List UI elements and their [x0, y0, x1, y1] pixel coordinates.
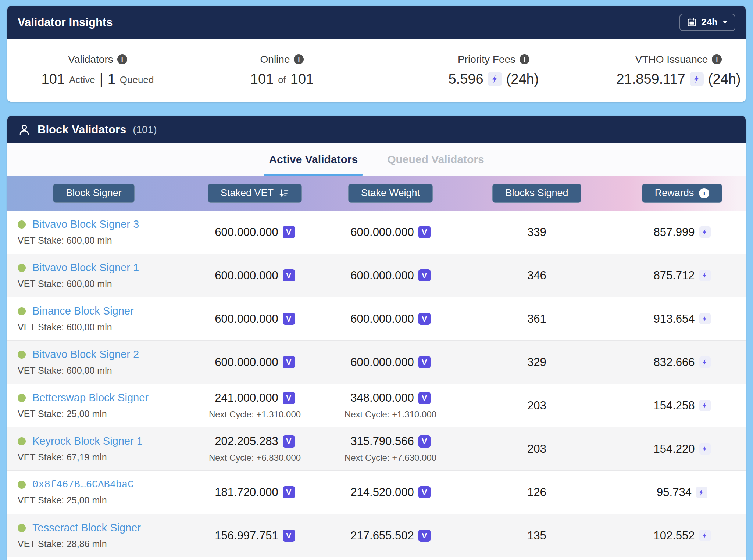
weight-next-cycle: Next Cycle: +7.630.000 [345, 453, 436, 463]
rewards-value: 154.258 [653, 399, 695, 412]
info-icon[interactable]: i [712, 54, 722, 64]
stake-weight-value: 348.000.000 [350, 391, 414, 405]
vet-token-icon: V [418, 530, 431, 542]
vtho-bolt-icon [699, 270, 711, 281]
vet-stake-label: VET Stake: 600,00 mln [18, 365, 112, 376]
validator-name-link[interactable]: Bitvavo Block Signer 1 [32, 262, 139, 274]
block-validators-card: Block Validators (101) Active Validators… [7, 116, 746, 560]
vet-stake-label: VET Stake: 600,00 mln [18, 279, 112, 289]
blocks-signed-value: 339 [527, 226, 546, 239]
priority-fees-period: (24h) [506, 71, 539, 87]
vet-token-icon: V [283, 356, 295, 368]
vet-stake-label: VET Stake: 600,00 mln [18, 235, 112, 246]
staked-vet-value: 241.000.000 [215, 391, 278, 405]
column-staked-vet-sort[interactable]: Staked VET [208, 184, 302, 203]
rewards-value: 832.666 [653, 356, 695, 369]
blocks-signed-value: 329 [527, 356, 546, 369]
blocks-signed-value: 203 [527, 442, 546, 456]
table-filler [7, 557, 746, 560]
vet-token-icon: V [418, 435, 431, 448]
queued-validators-count: 1 [108, 71, 115, 87]
vet-stake-label: VET Stake: 25,00 mln [18, 495, 107, 506]
rewards-value: 154.220 [653, 442, 695, 456]
column-stake-weight[interactable]: Stake Weight [348, 184, 433, 203]
info-icon[interactable]: i [117, 54, 127, 64]
stake-weight-value: 600.000.000 [350, 269, 414, 282]
stake-weight-value: 600.000.000 [350, 226, 414, 239]
vet-token-icon: V [283, 392, 295, 404]
online-status-dot [18, 220, 26, 229]
column-rewards[interactable]: Rewards i [642, 184, 722, 203]
validator-name-link[interactable]: Betterswap Block Signer [32, 392, 149, 404]
period-selector-button[interactable]: 24h [679, 14, 735, 31]
rewards-value: 102.552 [653, 529, 695, 542]
tab-queued-validators[interactable]: Queued Validators [382, 143, 489, 176]
column-block-signer[interactable]: Block Signer [53, 184, 135, 203]
staked-next-cycle: Next Cycle: +6.830.000 [209, 453, 301, 463]
tab-active-validators[interactable]: Active Validators [264, 143, 363, 176]
stat-online-label: Online [260, 54, 290, 65]
stake-weight-value: 600.000.000 [350, 356, 414, 369]
weight-next-cycle: Next Cycle: +1.310.000 [345, 409, 436, 420]
vtho-bolt-glyph [701, 315, 709, 323]
vet-token-icon: V [283, 486, 295, 498]
column-blocks-signed[interactable]: Blocks Signed [492, 184, 581, 203]
validators-count-badge: (101) [133, 124, 157, 136]
table-row: Binance Block Signer VET Stake: 600,00 m… [7, 297, 746, 341]
stat-validators-label: Validators [68, 54, 113, 65]
validator-name-link[interactable]: Bitvavo Block Signer 2 [32, 348, 139, 360]
total-count: 101 [290, 71, 314, 87]
page-title: Validator Insights [18, 16, 113, 29]
stat-vtho-issuance: VTHO Issuance i 21.859.117 (24h) [611, 49, 746, 92]
vet-token-icon: V [283, 269, 295, 281]
stat-vtho-issuance-label: VTHO Issuance [635, 54, 708, 65]
vtho-bolt-icon [699, 226, 711, 238]
active-validators-count: 101 [42, 71, 65, 87]
vtho-bolt-icon [699, 443, 711, 455]
vtho-bolt-glyph [701, 272, 709, 279]
validator-name-link[interactable]: Binance Block Signer [32, 305, 134, 317]
stake-weight-value: 315.790.566 [350, 435, 414, 448]
vet-stake-label: VET Stake: 600,00 mln [18, 322, 112, 333]
rewards-value: 95.734 [657, 486, 692, 499]
vtho-bolt-glyph [701, 359, 709, 366]
rewards-value: 857.999 [653, 226, 695, 239]
rewards-value: 875.712 [653, 269, 695, 282]
vtho-bolt-icon [699, 400, 711, 411]
vtho-bolt-glyph [701, 445, 709, 453]
validator-insights-header: Validator Insights 24h [7, 6, 746, 39]
vtho-bolt-icon [699, 313, 711, 324]
table-row: 0x8f467B…6CAB4baC VET Stake: 25,00 mln 1… [7, 471, 746, 514]
blocks-signed-value: 135 [527, 529, 546, 542]
chevron-down-icon [722, 20, 728, 24]
vtho-bolt-glyph [701, 402, 709, 409]
vet-token-icon: V [283, 313, 295, 325]
staked-vet-value: 202.205.283 [215, 435, 278, 448]
info-icon[interactable]: i [294, 54, 304, 64]
calendar-icon [687, 17, 697, 27]
validator-name-link[interactable]: 0x8f467B…6CAB4baC [32, 479, 133, 490]
validator-name-link[interactable]: Keyrock Block Signer 1 [32, 435, 143, 447]
online-status-dot [18, 481, 26, 489]
online-status-dot [18, 437, 26, 445]
validator-name-link[interactable]: Bitvavo Block Signer 3 [32, 218, 139, 230]
table-row: Bitvavo Block Signer 2 VET Stake: 600,00… [7, 341, 746, 384]
info-icon[interactable]: i [520, 54, 529, 64]
separator: | [100, 71, 103, 87]
active-label: Active [69, 74, 95, 87]
table-row: Tesseract Block Signer VET Stake: 28,86 … [7, 514, 746, 557]
blocks-signed-value: 203 [527, 399, 546, 412]
online-status-dot [18, 264, 26, 272]
online-status-dot [18, 394, 26, 402]
vtho-issuance-value: 21.859.117 [616, 71, 685, 87]
period-label: 24h [701, 17, 718, 28]
validators-tabs: Active Validators Queued Validators [7, 143, 746, 176]
vtho-issuance-period: (24h) [708, 71, 741, 87]
info-icon[interactable]: i [699, 188, 709, 198]
table-row: Bitvavo Block Signer 1 VET Stake: 600,00… [7, 254, 746, 297]
validator-name-link[interactable]: Tesseract Block Signer [32, 522, 141, 534]
staked-vet-value: 156.997.751 [215, 529, 278, 542]
stake-weight-value: 217.655.502 [350, 529, 414, 542]
queued-label: Queued [120, 74, 154, 87]
stake-weight-value: 600.000.000 [350, 312, 414, 326]
